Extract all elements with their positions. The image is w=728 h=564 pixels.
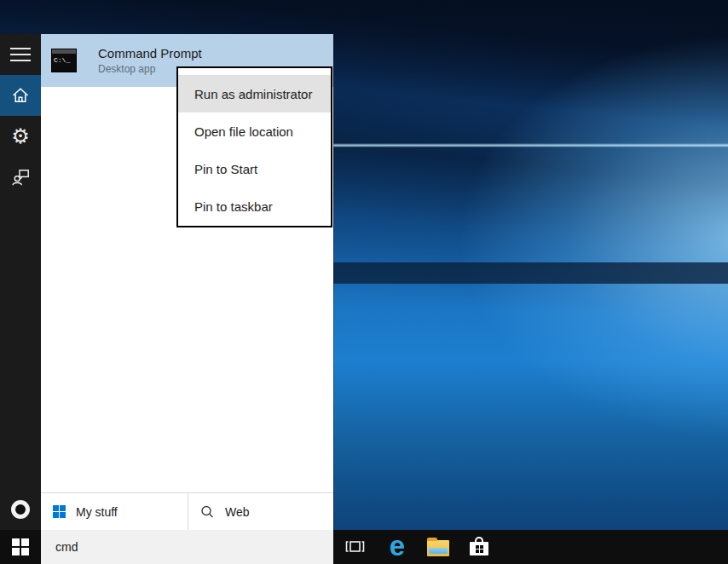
file-explorer-icon xyxy=(427,540,449,556)
search-input[interactable] xyxy=(41,530,333,564)
cmd-terminal-icon: C:\_ xyxy=(51,49,77,72)
cmd-icon-text: C:\_ xyxy=(52,54,76,64)
my-stuff-label: My stuff xyxy=(76,505,118,519)
result-title: Command Prompt xyxy=(98,46,202,60)
store-button[interactable] xyxy=(459,530,500,564)
start-windows-icon xyxy=(12,538,29,555)
my-stuff-button[interactable]: My stuff xyxy=(41,493,188,530)
cortana-circle-icon xyxy=(11,500,30,519)
task-view-button[interactable] xyxy=(334,530,375,564)
taskbar-search-box[interactable] xyxy=(41,530,333,564)
settings-gear-icon: ⚙ xyxy=(11,126,30,147)
store-icon xyxy=(470,537,488,557)
menu-item-pin-to-start[interactable]: Pin to Start xyxy=(178,150,331,187)
windows-logo-icon xyxy=(53,505,66,518)
context-menu: Run as administrator Open file location … xyxy=(176,66,332,227)
feedback-button[interactable] xyxy=(0,157,41,198)
home-icon xyxy=(9,85,32,106)
edge-browser-button[interactable]: e xyxy=(377,530,418,564)
search-icon xyxy=(199,504,215,520)
start-button[interactable] xyxy=(0,530,41,564)
edge-browser-icon: e xyxy=(390,532,405,560)
hamburger-menu-button[interactable] xyxy=(0,34,41,75)
file-explorer-button[interactable] xyxy=(418,530,459,564)
search-scope-row: My stuff Web xyxy=(41,492,333,530)
menu-item-pin-to-taskbar[interactable]: Pin to taskbar xyxy=(178,187,331,225)
task-view-icon xyxy=(344,537,366,557)
cortana-button[interactable] xyxy=(0,489,41,530)
menu-item-run-as-administrator[interactable]: Run as administrator xyxy=(178,75,331,112)
settings-button[interactable]: ⚙ xyxy=(0,116,41,157)
feedback-person-icon xyxy=(9,166,32,188)
search-left-rail: ⚙ xyxy=(0,34,41,530)
web-search-button[interactable]: Web xyxy=(188,493,333,530)
hamburger-menu-icon xyxy=(10,48,31,61)
web-label: Web xyxy=(225,505,250,519)
menu-item-open-file-location[interactable]: Open file location xyxy=(178,112,331,150)
home-button[interactable] xyxy=(0,75,41,116)
